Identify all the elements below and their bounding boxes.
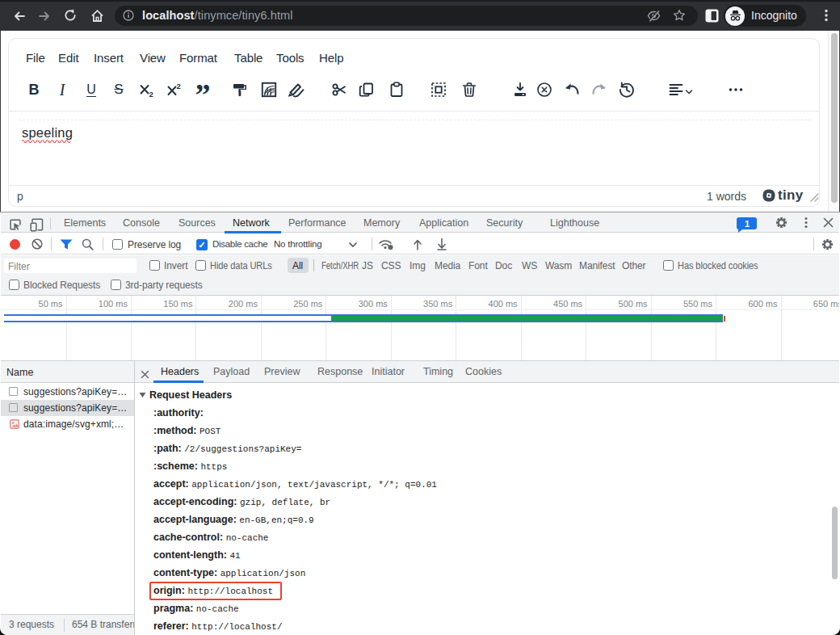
svg-text:2: 2 [177,82,181,90]
svg-text:2: 2 [149,90,153,98]
